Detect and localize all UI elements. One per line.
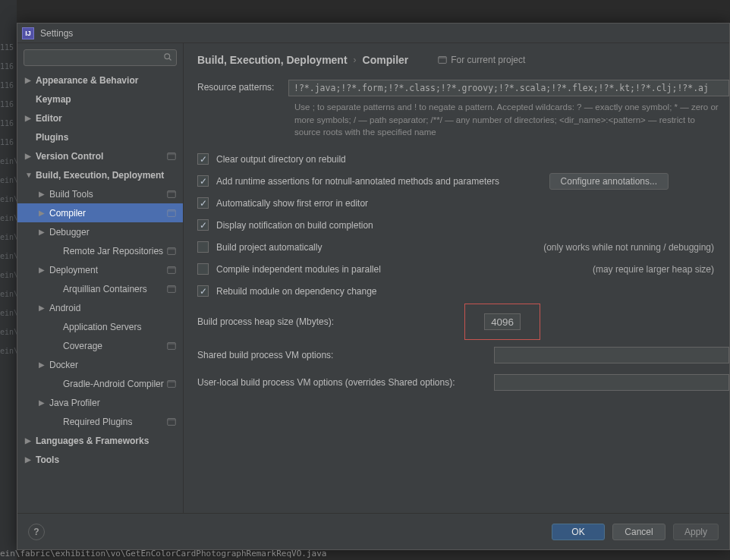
lbl-build-auto-side: (only works while not running / debuggin… [543,242,729,253]
user-vm-input[interactable] [494,374,729,391]
caret-icon: ▼ [25,171,33,179]
heap-highlight [464,304,540,340]
tree-item-arquillian-containers[interactable]: Arquillian Containers [17,279,183,298]
tree-item-docker[interactable]: ▶Docker [17,355,183,374]
settings-dialog: IJ Settings ▶Appearance & BehaviorKeymap… [17,23,730,550]
caret-icon: ▶ [25,114,33,122]
tree-item-compiler[interactable]: ▶Compiler [17,203,183,222]
tree-item-coverage[interactable]: Coverage [17,336,183,355]
heap-label: Build process heap size (Mbytes): [197,316,495,327]
tree-item-build-tools[interactable]: ▶Build Tools [17,184,183,203]
user-vm-label: User-local build process VM options (ove… [197,377,494,388]
chk-add-runtime[interactable] [197,175,209,187]
tree-item-tools[interactable]: ▶Tools [17,450,183,469]
breadcrumb-a[interactable]: Build, Execution, Deployment [197,54,348,66]
svg-rect-9 [168,247,176,250]
tree-item-build-execution-deployment[interactable]: ▼Build, Execution, Deployment [17,165,183,184]
shared-vm-label: Shared build process VM options: [197,350,494,360]
caret-icon: ▶ [39,228,46,236]
chk-build-auto[interactable] [197,241,209,253]
caret-icon: ▶ [39,360,46,369]
app-icon: IJ [22,27,34,39]
dialog-title: Settings [40,28,73,39]
lbl-add-runtime[interactable]: Add runtime assertions for notnull-annot… [216,176,499,187]
svg-rect-21 [439,57,447,59]
resource-label: Resource patterns: [197,80,288,93]
help-button[interactable]: ? [28,524,45,540]
tree-item-java-profiler[interactable]: ▶Java Profiler [17,393,183,412]
tree-item-required-plugins[interactable]: Required Plugins [17,412,183,431]
tree-item-appearance-behavior[interactable]: ▶Appearance & Behavior [17,71,183,90]
tree-item-android[interactable]: ▶Android [17,298,183,317]
tree-item-version-control[interactable]: ▶Version Control [17,146,183,165]
chk-clear-output[interactable] [197,153,209,165]
lbl-build-auto[interactable]: Build project automatically [216,242,322,253]
svg-rect-3 [168,153,176,155]
search-input[interactable] [24,49,177,66]
svg-rect-19 [168,418,176,420]
tree-item-deployment[interactable]: ▶Deployment [17,260,183,279]
lbl-compile-parallel-side: (may require larger heap size) [593,264,729,275]
tree-item-remote-jar-repositories[interactable]: Remote Jar Repositories [17,241,183,260]
svg-rect-15 [168,342,176,344]
settings-sidebar: ▶Appearance & BehaviorKeymap▶EditorPlugi… [17,43,184,513]
resource-hint: Use ; to separate patterns and ! to nega… [294,101,729,139]
caret-icon: ▶ [25,76,33,84]
warning-block: WARNING! If option 'Clear output directo… [197,510,729,513]
caret-icon: ▶ [39,304,46,312]
configure-annotations-button[interactable]: Configure annotations... [549,173,669,190]
tree-item-debugger[interactable]: ▶Debugger [17,222,183,241]
chk-notify-build[interactable] [197,219,209,231]
breadcrumb-b: Compiler [363,54,409,66]
apply-button[interactable]: Apply [673,524,719,540]
tree-item-gradle-android-compiler[interactable]: Gradle-Android Compiler [17,374,183,393]
svg-rect-7 [168,209,176,212]
lbl-compile-parallel[interactable]: Compile independent modules in parallel [216,264,381,275]
tree-item-languages-frameworks[interactable]: ▶Languages & Frameworks [17,431,183,450]
svg-line-1 [169,58,171,60]
lbl-clear-output[interactable]: Clear output directory on rebuild [216,154,346,165]
ok-button[interactable]: OK [552,524,605,540]
titlebar: IJ Settings [17,24,729,43]
svg-rect-17 [168,380,176,382]
caret-icon: ▶ [25,152,33,160]
breadcrumb-sep: › [354,55,357,65]
chk-first-error[interactable] [197,197,209,209]
dialog-footer: ? OK Cancel Apply [17,513,729,549]
svg-rect-13 [168,285,176,288]
for-project-label: For current project [437,55,525,65]
caret-icon: ▶ [39,266,46,274]
breadcrumb: Build, Execution, Deployment › Compiler … [197,54,729,66]
svg-rect-5 [168,190,176,193]
chk-compile-parallel[interactable] [197,263,209,275]
caret-icon: ▶ [39,190,46,198]
lbl-notify-build[interactable]: Display notification on build completion [216,220,373,231]
tree-item-keymap[interactable]: Keymap [17,90,183,109]
editor-gutter: 115116116116116116ein\ein\ein\ein\ein\ei… [0,0,17,560]
caret-icon: ▶ [25,455,33,464]
svg-rect-11 [168,266,176,269]
chk-rebuild-dep[interactable] [197,285,209,297]
caret-icon: ▶ [25,436,33,445]
warning-title: WARNING! [197,510,722,513]
lbl-rebuild-dep[interactable]: Rebuild module on dependency change [216,286,377,297]
lbl-first-error[interactable]: Automatically show first error in editor [216,198,368,209]
tree-item-plugins[interactable]: Plugins [17,127,183,146]
caret-icon: ▶ [39,398,46,407]
tree-item-editor[interactable]: ▶Editor [17,109,183,127]
settings-tree[interactable]: ▶Appearance & BehaviorKeymap▶EditorPlugi… [17,71,183,513]
editor-path: ein\fabric\exhibition\vo\GetEnColorCardP… [0,549,326,558]
shared-vm-input[interactable] [494,347,729,363]
resource-patterns-input[interactable] [288,80,729,96]
search-icon [163,52,172,61]
heap-input[interactable] [484,313,521,330]
tree-item-application-servers[interactable]: Application Servers [17,317,183,336]
settings-content: Build, Execution, Deployment › Compiler … [184,43,729,513]
svg-point-0 [165,54,170,59]
caret-icon: ▶ [39,209,46,217]
cancel-button[interactable]: Cancel [612,524,665,540]
